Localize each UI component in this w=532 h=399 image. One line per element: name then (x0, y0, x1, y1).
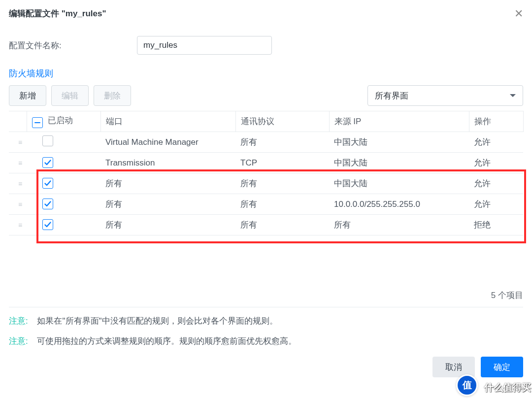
drag-handle-icon[interactable]: ≡ (14, 159, 27, 167)
drag-handle-icon[interactable]: ≡ (14, 180, 27, 188)
close-icon[interactable]: ✕ (514, 8, 523, 19)
header-checkbox-indeterminate[interactable] (32, 117, 43, 128)
edit-button: 编辑 (51, 85, 89, 106)
cell-source: 中国大陆 (329, 153, 469, 173)
table-row[interactable]: ≡所有所有中国大陆允许 (9, 173, 523, 194)
cell-source: 10.0.0.0/255.255.255.0 (329, 194, 469, 215)
table-row[interactable]: ≡所有所有所有拒绝 (9, 215, 523, 235)
row-checkbox[interactable] (42, 178, 53, 189)
row-checkbox[interactable] (42, 135, 53, 146)
cell-port: 所有 (100, 194, 235, 215)
col-protocol-header[interactable]: 通讯协议 (235, 111, 329, 132)
table-header-row: 已启动 端口 通讯协议 来源 IP 操作 (9, 111, 523, 132)
row-checkbox[interactable] (42, 219, 53, 230)
cell-port: 所有 (100, 215, 235, 235)
item-count: 5 个项目 (9, 290, 523, 307)
cell-source: 所有 (329, 215, 469, 235)
firewall-rules-title: 防火墙规则 (9, 67, 523, 79)
col-port-header[interactable]: 端口 (100, 111, 235, 132)
rules-table: 已启动 端口 通讯协议 来源 IP 操作 ≡Virtual Machine Ma… (9, 111, 524, 235)
table-row[interactable]: ≡Virtual Machine Manager所有中国大陆允许 (9, 132, 523, 153)
row-checkbox[interactable] (42, 199, 53, 209)
cell-port: 所有 (100, 173, 235, 194)
drag-handle-icon[interactable]: ≡ (14, 221, 27, 229)
notes: 注意: 如果在"所有界面"中没有匹配的规则，则会比对各个界面的规则。 注意: 可… (9, 315, 523, 347)
note-line-1: 如果在"所有界面"中没有匹配的规则，则会比对各个界面的规则。 (37, 316, 277, 326)
drag-handle-icon[interactable]: ≡ (14, 200, 27, 208)
cell-action: 允许 (469, 132, 523, 153)
profile-name-field[interactable] (137, 36, 272, 55)
col-source-header[interactable]: 来源 IP (329, 111, 469, 132)
chevron-down-icon (510, 94, 516, 97)
delete-button: 删除 (94, 85, 131, 106)
edit-profile-dialog: 编辑配置文件 "my_rules" ✕ 配置文件名称: 防火墙规则 新增 编辑 … (0, 0, 532, 399)
titlebar: 编辑配置文件 "my_rules" ✕ (9, 8, 523, 27)
cell-action: 允许 (469, 153, 523, 173)
cell-protocol: TCP (235, 153, 329, 173)
drag-handle-icon[interactable]: ≡ (14, 138, 27, 146)
cell-source: 中国大陆 (329, 173, 469, 194)
note-label: 注意: (9, 316, 28, 326)
cell-action: 允许 (469, 194, 523, 215)
watermark-text: 什么值得买 (484, 381, 531, 394)
cell-protocol: 所有 (235, 194, 329, 215)
interface-dropdown-value: 所有界面 (375, 90, 408, 101)
cell-protocol: 所有 (235, 215, 329, 235)
watermark-badge-icon: 值 (456, 374, 478, 396)
interface-dropdown[interactable]: 所有界面 (367, 85, 523, 106)
footer: 取消 确定 (9, 357, 523, 377)
cell-action: 拒绝 (469, 215, 523, 235)
profile-name-label: 配置文件名称: (9, 40, 137, 51)
ok-button[interactable]: 确定 (481, 357, 523, 377)
col-enabled-header[interactable]: 已启动 (27, 111, 100, 132)
note-line-2: 可使用拖拉的方式来调整规则的顺序。规则的顺序愈前面优先权愈高。 (37, 336, 297, 346)
cell-protocol: 所有 (235, 132, 329, 153)
row-checkbox[interactable] (42, 157, 53, 168)
cell-source: 中国大陆 (329, 132, 469, 153)
col-handle-header (9, 111, 27, 132)
dialog-title: 编辑配置文件 "my_rules" (9, 8, 106, 19)
profile-name-row: 配置文件名称: (9, 36, 523, 55)
note-label: 注意: (9, 336, 28, 346)
add-button[interactable]: 新增 (9, 85, 46, 106)
table-row[interactable]: ≡所有所有10.0.0.0/255.255.255.0允许 (9, 194, 523, 215)
col-action-header[interactable]: 操作 (469, 111, 523, 132)
table-row[interactable]: ≡TransmissionTCP中国大陆允许 (9, 153, 523, 173)
cell-port: Virtual Machine Manager (100, 132, 235, 153)
cell-port: Transmission (100, 153, 235, 173)
cell-action: 允许 (469, 173, 523, 194)
rules-toolbar: 新增 编辑 删除 所有界面 (9, 85, 523, 106)
cell-protocol: 所有 (235, 173, 329, 194)
